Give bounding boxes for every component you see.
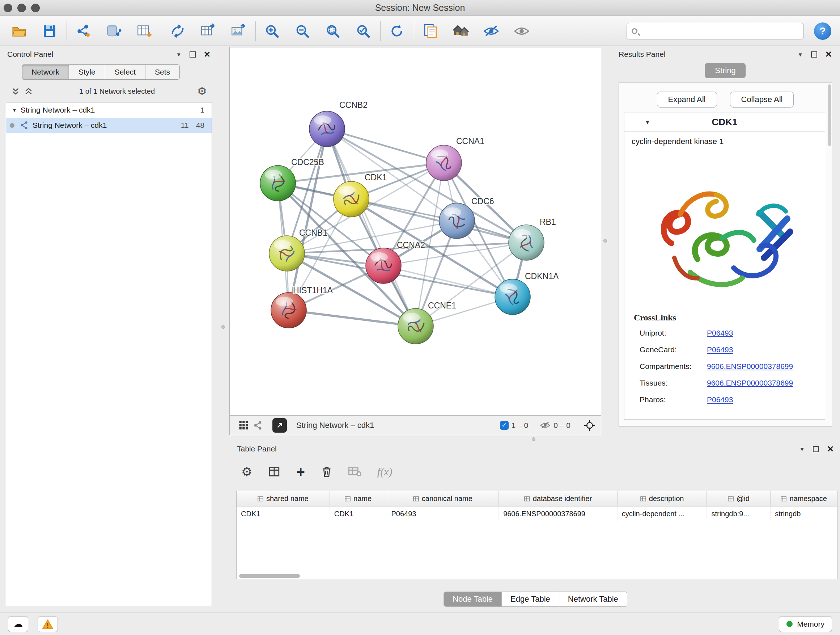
table-settings-icon[interactable]: ⚙ — [241, 466, 252, 478]
column-header[interactable]: description — [617, 491, 707, 506]
zoom-fit-button[interactable] — [322, 19, 343, 43]
crosslink-link[interactable]: P06493 — [707, 329, 733, 341]
cell-shared-name[interactable]: CDK1 — [237, 507, 330, 521]
grid-view-icon[interactable] — [238, 420, 249, 431]
search-input[interactable] — [627, 23, 804, 40]
expand-all-button[interactable]: Expand All — [657, 92, 717, 108]
new-network-button[interactable] — [167, 19, 188, 43]
panel-menu-icon[interactable]: ▼ — [799, 446, 805, 452]
show-details-button[interactable] — [511, 19, 532, 43]
panel-float-icon[interactable] — [189, 51, 196, 57]
cell-canonical-name[interactable]: P06493 — [387, 507, 499, 521]
tab-network[interactable]: Network — [22, 65, 69, 80]
edge-CCNB2-CCNE1[interactable] — [327, 129, 416, 326]
tab-node-table[interactable]: Node Table — [444, 592, 502, 607]
network-canvas[interactable]: CCNB2CCNA1CDC25BCDK1CDC6RB1CCNB1CCNA2CDK… — [229, 47, 601, 416]
delete-column-icon[interactable] — [321, 466, 332, 478]
expander-icon[interactable]: ▼ — [12, 107, 17, 113]
open-session-button[interactable] — [9, 19, 30, 43]
panel-menu-icon[interactable]: ▼ — [176, 51, 182, 57]
edge-HIST1H1A-CCNE1[interactable] — [289, 310, 416, 326]
expand-all-icon[interactable] — [24, 87, 33, 96]
import-table-button[interactable] — [134, 19, 155, 43]
collapse-all-button[interactable]: Collapse All — [730, 92, 794, 108]
column-header[interactable]: name — [330, 491, 387, 506]
results-scrollbar[interactable] — [828, 84, 831, 146]
node-CDKN1A[interactable]: CDKN1A — [495, 272, 559, 315]
table-horizontal-scrollbar[interactable] — [236, 573, 837, 578]
column-header[interactable]: canonical name — [387, 491, 499, 506]
help-button[interactable]: ? — [814, 22, 831, 40]
left-splitter-grip[interactable] — [221, 325, 225, 329]
collapse-gene-icon[interactable]: ▼ — [645, 119, 651, 126]
crosslink-link[interactable]: P06493 — [707, 395, 733, 408]
window-maximize-button[interactable] — [31, 4, 40, 12]
export-image-button[interactable] — [228, 19, 249, 43]
gene-header-row[interactable]: ▼ CDK1 — [624, 113, 825, 132]
show-columns-icon[interactable] — [268, 466, 280, 478]
save-session-button[interactable] — [39, 19, 60, 43]
edge-CCNB2-HIST1H1A[interactable] — [289, 129, 327, 310]
clear-table-icon[interactable] — [348, 466, 362, 477]
tab-string[interactable]: String — [705, 63, 745, 78]
import-network-from-file-button[interactable] — [73, 19, 94, 43]
column-header[interactable]: shared name — [237, 491, 330, 506]
cell-description[interactable]: cyclin-dependent ... — [617, 507, 707, 521]
cell-namespace[interactable]: stringdb — [771, 507, 837, 521]
node-CDK1[interactable]: CDK1 — [333, 173, 387, 217]
right-splitter-grip[interactable] — [603, 239, 607, 242]
memory-button[interactable]: Memory — [779, 616, 832, 632]
cell-id[interactable]: stringdb:9... — [707, 507, 771, 521]
panel-menu-icon[interactable]: ▼ — [798, 51, 803, 57]
cloud-button[interactable]: ☁ — [8, 616, 28, 632]
zoom-in-button[interactable] — [262, 19, 283, 43]
warnings-button[interactable] — [38, 616, 58, 632]
crosslink-link[interactable]: 9606.ENSP00000378699 — [707, 362, 793, 374]
node-HIST1H1A[interactable]: HIST1H1A — [271, 286, 333, 328]
panel-float-icon[interactable] — [811, 51, 817, 57]
panel-close-icon[interactable]: ✕ — [204, 50, 210, 59]
hide-details-button[interactable] — [481, 19, 502, 43]
tab-network-table[interactable]: Network Table — [559, 592, 627, 607]
add-column-icon[interactable]: + — [296, 464, 305, 479]
horizontal-splitter-grip[interactable] — [532, 437, 535, 441]
tab-sets[interactable]: Sets — [145, 65, 180, 80]
function-builder-icon[interactable]: f(x) — [377, 466, 393, 478]
crosslink-link[interactable]: P06493 — [707, 345, 733, 358]
birds-eye-crosshair-icon[interactable] — [584, 419, 596, 432]
zoom-selected-button[interactable] — [353, 19, 374, 43]
network-graph[interactable]: CCNB2CCNA1CDC25BCDK1CDC6RB1CCNB1CCNA2CDK… — [230, 48, 601, 415]
node-RB1[interactable]: RB1 — [508, 217, 556, 260]
share-view-icon[interactable] — [253, 420, 263, 431]
cell-name[interactable]: CDK1 — [330, 507, 387, 521]
export-table-button[interactable] — [197, 19, 218, 43]
column-header[interactable]: namespace — [771, 491, 837, 506]
selected-checkbox[interactable]: ✓ — [500, 421, 508, 430]
node-CCNB2[interactable]: CCNB2 — [309, 100, 368, 147]
gear-icon[interactable]: ⚙ — [197, 86, 207, 97]
network-row-selected[interactable]: String Network – cdk1 11 48 — [6, 118, 212, 133]
window-minimize-button[interactable] — [17, 4, 26, 12]
collapse-all-icon[interactable] — [11, 87, 20, 96]
home-button[interactable] — [450, 19, 471, 43]
window-close-button[interactable] — [4, 4, 12, 12]
table-row[interactable]: CDK1 CDK1 P06493 9606.ENSP00000378699 cy… — [237, 507, 837, 521]
tab-select[interactable]: Select — [105, 65, 145, 80]
crosslink-link[interactable]: 9606.ENSP00000378699 — [707, 379, 793, 391]
clone-network-button[interactable] — [420, 19, 441, 43]
network-collection-row[interactable]: ▼ String Network – cdk1 1 — [6, 103, 212, 118]
panel-float-icon[interactable] — [813, 446, 819, 452]
panel-close-icon[interactable]: ✕ — [827, 444, 834, 454]
edge-CCNB2-CCNA1[interactable] — [327, 129, 444, 163]
tab-style[interactable]: Style — [69, 65, 105, 80]
column-header[interactable]: database identifier — [499, 491, 617, 506]
cell-database-identifier[interactable]: 9606.ENSP00000378699 — [499, 507, 617, 521]
zoom-out-button[interactable] — [292, 19, 313, 43]
panel-close-icon[interactable]: ✕ — [825, 50, 832, 59]
import-network-from-database-button[interactable] — [103, 19, 124, 43]
scrollbar-thumb[interactable] — [239, 574, 300, 578]
node-CCNA1[interactable]: CCNA1 — [426, 136, 485, 181]
node-CCNB1[interactable]: CCNB1 — [269, 228, 327, 271]
hidden-eye-slash-icon[interactable] — [540, 420, 551, 431]
column-header[interactable]: @id — [707, 491, 771, 506]
